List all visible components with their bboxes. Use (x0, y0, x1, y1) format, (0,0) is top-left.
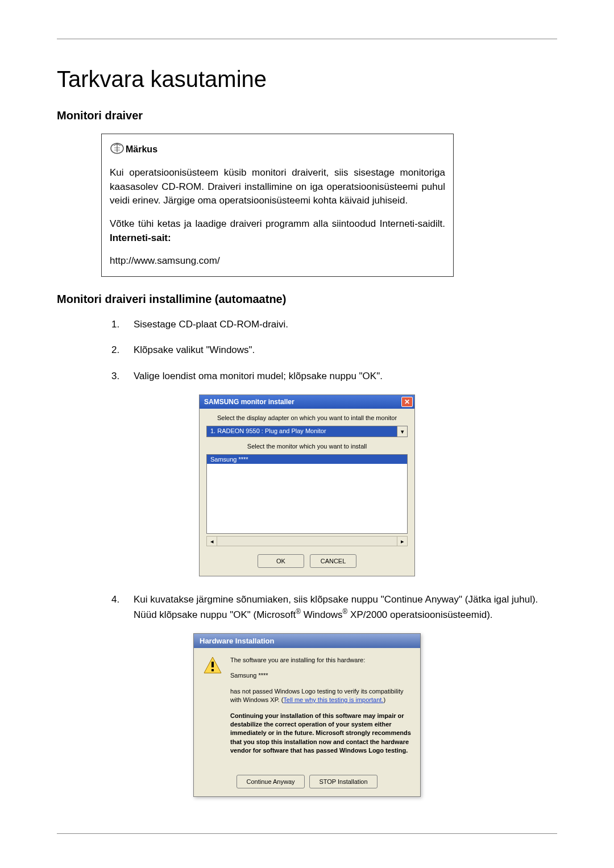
scroll-track[interactable] (217, 537, 397, 546)
installer-window: SAMSUNG monitor installer ✕ Select the d… (199, 394, 415, 576)
bottom-divider (57, 833, 557, 834)
note-box: Märkus Kui operatsioonisüsteem küsib mon… (101, 134, 454, 277)
step-1: Sisestage CD-plaat CD-ROM-draivi. (122, 317, 560, 332)
hardware-dialog: Hardware Installation The software you a… (193, 633, 421, 797)
adapter-dropdown[interactable]: 1. RADEON 9550 : Plug and Play Monitor ▾ (206, 426, 408, 437)
installer-title: SAMSUNG monitor installer (204, 398, 294, 406)
stop-installation-button[interactable]: STOP Installation (309, 775, 377, 788)
install-steps-continued: Kui kuvatakse järgmine sõnumiaken, siis … (122, 592, 560, 622)
monitor-prompt: Select the monitor which you want to ins… (206, 443, 408, 450)
scroll-right-arrow[interactable]: ▸ (397, 537, 407, 546)
section-auto-install: Monitori draiveri installimine (automaat… (57, 293, 557, 306)
step-3: Valige loendist oma monitori mudel; klõp… (122, 369, 560, 384)
install-steps: Sisestage CD-plaat CD-ROM-draivi. Klõpsa… (122, 317, 560, 384)
hw-warning-bold: Continuing your installation of this sof… (230, 712, 411, 755)
horizontal-scrollbar[interactable]: ◂ ▸ (206, 536, 408, 546)
section-monitor-driver: Monitori draiver (57, 109, 557, 122)
hw-p2: has not passed Windows Logo testing to v… (230, 687, 411, 705)
note-icon (110, 142, 125, 157)
close-icon: ✕ (404, 398, 410, 406)
hw-p1: The software you are installing for this… (230, 656, 411, 665)
dropdown-arrow[interactable]: ▾ (397, 426, 408, 437)
page-title: Tarkvara kasutamine (57, 67, 557, 92)
hardware-dialog-screenshot: Hardware Installation The software you a… (57, 633, 557, 797)
hw-text: The software you are installing for this… (230, 656, 411, 762)
continue-anyway-button[interactable]: Continue Anyway (237, 775, 305, 788)
svg-rect-2 (211, 662, 214, 667)
note-url: http://www.samsung.com/ (110, 254, 445, 268)
warning-icon (203, 656, 222, 675)
chevron-right-icon: ▸ (401, 538, 404, 545)
monitor-list-item[interactable]: Samsung **** (207, 455, 407, 464)
step-2: Klõpsake valikut "Windows". (122, 343, 560, 358)
monitor-list[interactable]: Samsung **** (206, 454, 408, 534)
hw-hardware-name: Samsung **** (230, 671, 411, 680)
hw-title: Hardware Installation (194, 634, 420, 648)
hw-link[interactable]: Tell me why this testing is important. (283, 696, 383, 703)
scroll-left-arrow[interactable]: ◂ (207, 537, 217, 546)
note-paragraph-1: Kui operatsioonisüsteem küsib monitori d… (110, 166, 445, 208)
svg-rect-3 (211, 669, 214, 671)
chevron-left-icon: ◂ (210, 538, 214, 545)
installer-screenshot: SAMSUNG monitor installer ✕ Select the d… (57, 394, 557, 576)
note-paragraph-2: Võtke tühi ketas ja laadige draiveri pro… (110, 217, 445, 245)
installer-titlebar: SAMSUNG monitor installer ✕ (200, 395, 414, 409)
adapter-prompt: Select the display adapter on which you … (206, 414, 408, 421)
close-button[interactable]: ✕ (401, 397, 413, 407)
chevron-down-icon: ▾ (401, 428, 404, 435)
step-4: Kui kuvatakse järgmine sõnumiaken, siis … (122, 592, 560, 622)
ok-button[interactable]: OK (258, 554, 304, 568)
adapter-selected: 1. RADEON 9550 : Plug and Play Monitor (206, 426, 397, 437)
top-divider (57, 39, 557, 39)
note-title: Märkus (126, 144, 157, 155)
cancel-button[interactable]: CANCEL (310, 554, 356, 568)
